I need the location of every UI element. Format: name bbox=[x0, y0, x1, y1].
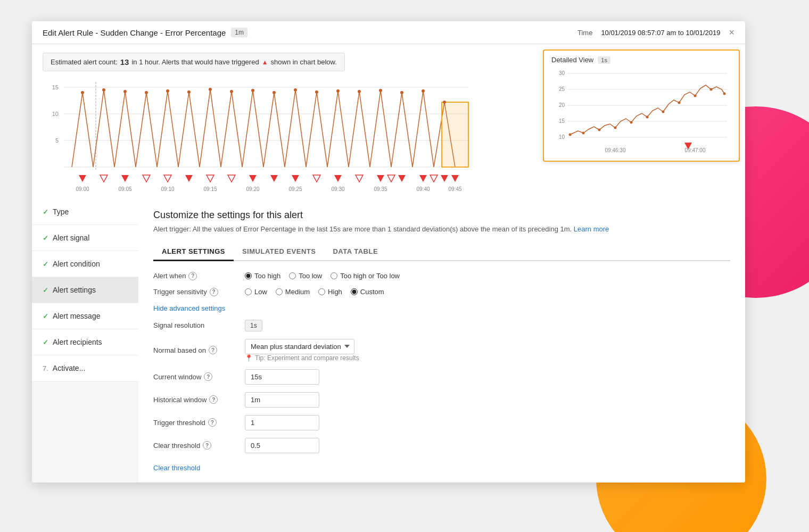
tab-data-table[interactable]: DATA TABLE bbox=[324, 243, 386, 261]
svg-marker-31 bbox=[270, 175, 278, 182]
tab-simulated-events[interactable]: SIMULATED EVENTS bbox=[234, 243, 325, 261]
radio-custom[interactable] bbox=[351, 288, 358, 295]
historical-window-input[interactable] bbox=[245, 392, 319, 408]
detailed-view-title: Detailed View bbox=[551, 56, 593, 64]
svg-text:09:35: 09:35 bbox=[374, 186, 387, 192]
current-window-label: Current window ? bbox=[153, 372, 238, 381]
alert-when-too-high-or-low[interactable]: Too high or Too low bbox=[331, 272, 400, 280]
radio-too-high-or-low[interactable] bbox=[331, 272, 337, 279]
normal-based-on-help-icon[interactable]: ? bbox=[209, 346, 217, 354]
sensitivity-medium[interactable]: Medium bbox=[276, 288, 310, 296]
svg-text:09:20: 09:20 bbox=[246, 186, 259, 192]
historical-window-help-icon[interactable]: ? bbox=[209, 395, 218, 404]
clear-threshold-label: Clear threshold ? bbox=[153, 441, 238, 450]
tip-text: 📍 Tip: Experiment and compare results bbox=[245, 354, 359, 362]
svg-point-68 bbox=[569, 134, 572, 136]
detailed-view-badge: 1s bbox=[598, 56, 610, 64]
radio-too-high[interactable] bbox=[245, 272, 252, 279]
sensitivity-high[interactable]: High bbox=[318, 288, 342, 296]
alert-when-help-icon[interactable]: ? bbox=[188, 272, 197, 280]
clear-threshold-help-icon[interactable]: ? bbox=[203, 441, 211, 450]
signal-resolution-label: Signal resolution bbox=[153, 321, 238, 329]
tab-alert-settings[interactable]: ALERT SETTINGS bbox=[153, 243, 234, 261]
svg-point-70 bbox=[598, 129, 601, 131]
sidebar-item-alert-settings[interactable]: ✓ Alert settings bbox=[32, 277, 138, 303]
detail-chart: 30 25 20 15 10 bbox=[551, 68, 732, 153]
radio-low[interactable] bbox=[245, 288, 252, 295]
sidebar-item-label-signal: Alert signal bbox=[53, 234, 89, 242]
normal-based-on-dropdown[interactable]: Mean plus standard deviation bbox=[245, 339, 354, 354]
trigger-threshold-input[interactable] bbox=[245, 415, 319, 430]
svg-text:09:40: 09:40 bbox=[416, 186, 430, 192]
svg-point-69 bbox=[582, 132, 585, 135]
sensitivity-low[interactable]: Low bbox=[245, 288, 267, 296]
settings-title: Customize the settings for this alert bbox=[153, 210, 730, 221]
sidebar-item-alert-recipients[interactable]: ✓ Alert recipients bbox=[32, 329, 138, 355]
sidebar-item-label-activate: Activate... bbox=[53, 364, 85, 372]
alert-when-radio-group: Too high Too low Too high or Too low bbox=[245, 272, 400, 280]
learn-more-link[interactable]: Learn more bbox=[574, 225, 609, 233]
signal-resolution-badge: 1s bbox=[245, 320, 262, 331]
modal-header-left: Edit Alert Rule - Sudden Change - Error … bbox=[43, 28, 247, 37]
svg-point-78 bbox=[723, 93, 726, 95]
svg-point-21 bbox=[336, 89, 340, 93]
sidebar-item-activate[interactable]: 7. Activate... bbox=[32, 355, 138, 381]
svg-point-26 bbox=[443, 101, 446, 104]
alert-triangle-icon: ▲ bbox=[262, 59, 268, 66]
alert-when-too-high[interactable]: Too high bbox=[245, 272, 280, 280]
svg-point-9 bbox=[81, 91, 84, 94]
sidebar: ✓ Type ✓ Alert signal ✓ Alert condition … bbox=[32, 199, 138, 483]
settings-description-text: Alert trigger: All the values of Error P… bbox=[153, 225, 572, 233]
svg-point-10 bbox=[102, 88, 105, 92]
sidebar-item-alert-message[interactable]: ✓ Alert message bbox=[32, 303, 138, 329]
svg-marker-40 bbox=[143, 175, 150, 182]
radio-too-low[interactable] bbox=[289, 272, 296, 279]
svg-text:09:00: 09:00 bbox=[76, 186, 89, 192]
sidebar-item-alert-condition[interactable]: ✓ Alert condition bbox=[32, 251, 138, 277]
radio-medium[interactable] bbox=[276, 288, 283, 295]
svg-text:09:10: 09:10 bbox=[161, 186, 174, 192]
current-window-help-icon[interactable]: ? bbox=[204, 372, 212, 381]
svg-point-22 bbox=[358, 90, 361, 93]
svg-marker-45 bbox=[356, 175, 363, 182]
sidebar-item-type[interactable]: ✓ Type bbox=[32, 199, 138, 225]
close-button[interactable]: × bbox=[729, 28, 734, 37]
modal-title: Edit Alert Rule - Sudden Change - Error … bbox=[43, 28, 226, 37]
normal-based-on-label: Normal based on ? bbox=[153, 346, 238, 354]
check-icon-type: ✓ bbox=[43, 208, 48, 216]
hide-advanced-settings-link[interactable]: Hide advanced settings bbox=[153, 304, 225, 312]
check-icon-settings: ✓ bbox=[43, 286, 48, 294]
trigger-threshold-row: Trigger threshold ? bbox=[153, 415, 730, 430]
sensitivity-custom[interactable]: Custom bbox=[351, 288, 384, 296]
trigger-threshold-help-icon[interactable]: ? bbox=[208, 418, 217, 427]
trigger-sensitivity-label: Trigger sensitivity ? bbox=[153, 288, 238, 296]
sidebar-item-label-settings: Alert settings bbox=[53, 286, 96, 294]
clear-threshold-input[interactable] bbox=[245, 438, 319, 453]
detailed-view: Detailed View 1s 30 25 20 15 10 bbox=[543, 49, 740, 162]
signal-resolution-row: Signal resolution 1s bbox=[153, 320, 730, 331]
check-icon-condition: ✓ bbox=[43, 260, 48, 268]
svg-marker-36 bbox=[419, 175, 427, 182]
alert-when-too-low[interactable]: Too low bbox=[289, 272, 322, 280]
svg-point-75 bbox=[678, 102, 681, 104]
svg-point-13 bbox=[166, 89, 169, 93]
svg-marker-43 bbox=[228, 175, 235, 182]
radio-high[interactable] bbox=[318, 288, 325, 295]
clear-threshold-link[interactable]: Clear threshold bbox=[153, 464, 200, 472]
svg-text:15: 15 bbox=[52, 84, 59, 90]
modal-header: Edit Alert Rule - Sudden Change - Error … bbox=[32, 21, 745, 44]
svg-text:25: 25 bbox=[559, 86, 565, 92]
svg-marker-34 bbox=[377, 175, 384, 182]
svg-marker-30 bbox=[249, 175, 257, 182]
svg-text:15: 15 bbox=[559, 118, 565, 124]
main-chart: 15 10 5 bbox=[43, 77, 479, 194]
sidebar-item-alert-signal[interactable]: ✓ Alert signal bbox=[32, 225, 138, 251]
svg-point-17 bbox=[251, 89, 254, 92]
historical-window-row: Historical window ? bbox=[153, 392, 730, 408]
svg-text:10: 10 bbox=[559, 134, 565, 140]
current-window-input[interactable] bbox=[245, 369, 319, 385]
svg-point-71 bbox=[614, 127, 617, 129]
trigger-sensitivity-help-icon[interactable]: ? bbox=[210, 288, 218, 296]
svg-point-23 bbox=[379, 89, 382, 92]
alert-count-prefix: Estimated alert count: bbox=[51, 58, 118, 66]
